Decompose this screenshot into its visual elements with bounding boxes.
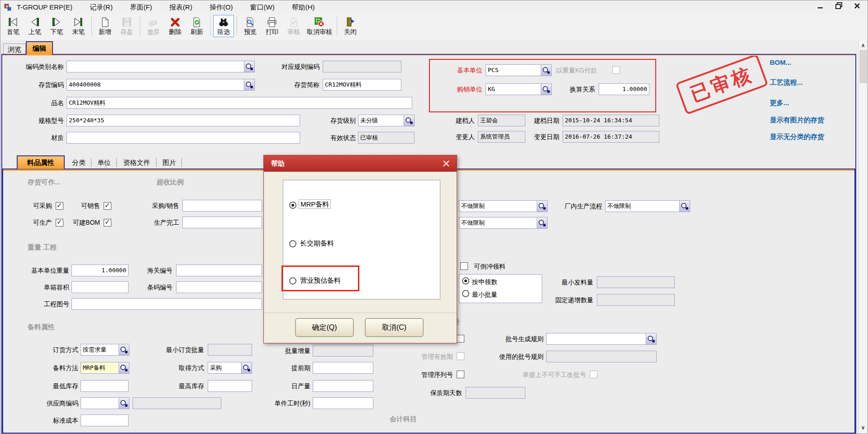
print-button[interactable]: 打印 [262, 15, 282, 37]
acquire-mode-field[interactable]: 采购 [208, 362, 252, 374]
close-button[interactable]: 关闭 [340, 15, 361, 37]
menu-brand[interactable]: T-GROUP ERP(E) [17, 3, 72, 12]
can-produce-checkbox[interactable] [56, 219, 63, 227]
barcode-field[interactable] [176, 281, 262, 293]
tab-units[interactable]: 单位 [94, 157, 114, 168]
long-lead-prep-label[interactable]: 长交期备料 [300, 239, 334, 248]
ok-button[interactable]: 确定(Q) [295, 318, 354, 337]
scroll-up-icon[interactable]: ∧ [859, 41, 867, 49]
preview-button[interactable]: 预览 [240, 15, 261, 37]
min-stock-field[interactable] [81, 380, 129, 392]
tab-edit[interactable]: 编辑 [26, 41, 53, 55]
refresh-button[interactable]: 刷新 [186, 15, 207, 37]
first-record-button[interactable]: 首笔 [3, 15, 24, 37]
manage-batch-checkbox[interactable] [457, 335, 464, 342]
lookup-icon[interactable] [119, 362, 129, 373]
last-record-button[interactable]: 末笔 [68, 15, 89, 37]
order-mode-field[interactable]: 按需求量 [81, 344, 129, 356]
over-production-field[interactable] [182, 217, 262, 228]
restriction-field-1[interactable]: 不做限制 [459, 200, 548, 212]
code-category-field[interactable] [67, 61, 255, 72]
link-bom[interactable]: BOM... [770, 58, 865, 68]
base-unit-field[interactable]: PCS [486, 64, 552, 76]
max-stock-field[interactable] [208, 380, 252, 392]
tab-item-attributes[interactable]: 料品属性 [17, 155, 65, 169]
manage-serial-checkbox[interactable] [457, 371, 464, 378]
lookup-icon[interactable] [537, 217, 547, 228]
mrp-prep-radio[interactable] [289, 202, 296, 209]
item-name-field[interactable]: CR12MOV精料 [67, 97, 412, 109]
help-dialog-title[interactable]: 帮助 [264, 155, 457, 172]
lookup-icon[interactable] [241, 362, 252, 373]
cancel-audit-button[interactable]: 取消审核 [305, 15, 334, 37]
lookup-icon[interactable] [244, 79, 254, 90]
lookup-icon[interactable] [404, 115, 414, 126]
vertical-scrollbar[interactable]: ∧ ∨ [858, 40, 867, 434]
scrollbar-thumb[interactable] [860, 50, 867, 83]
tab-browse[interactable]: 浏览 [3, 43, 26, 54]
menu-record[interactable]: 记录(R) [90, 3, 113, 12]
menu-operate[interactable]: 操作(O) [210, 3, 233, 12]
lead-time-field[interactable] [313, 362, 373, 374]
by-application-radio[interactable] [462, 277, 469, 285]
menu-interface[interactable]: 界面(F) [130, 3, 152, 12]
supplier-code-field[interactable] [81, 397, 129, 409]
sales-forecast-prep-label[interactable]: 营业预估备料 [300, 276, 341, 285]
cancel-button[interactable]: 取消(C) [365, 318, 424, 337]
item-code-field[interactable]: 400400008 [67, 79, 255, 91]
menu-window[interactable]: 窗口(W) [250, 3, 275, 12]
can-purchase-checkbox[interactable] [56, 202, 63, 210]
lookup-icon[interactable] [537, 201, 547, 212]
restriction-field-2[interactable]: 不做限制 [459, 217, 548, 229]
level-field[interactable]: 未分级 [358, 115, 415, 126]
close-window-icon[interactable] [854, 3, 860, 9]
material-field[interactable] [67, 132, 300, 144]
lookup-icon[interactable] [119, 398, 129, 409]
conversion-field[interactable]: 1.00000 [599, 83, 649, 95]
item-short-field[interactable]: CR12MOV精料 [323, 79, 401, 91]
min-lot-radio[interactable] [462, 290, 469, 297]
lookup-icon[interactable] [119, 344, 129, 355]
lookup-icon[interactable] [541, 84, 551, 95]
link-show-with-image[interactable]: 显示有图片的存货 [770, 116, 865, 126]
trade-unit-field[interactable]: KG [486, 83, 552, 95]
link-show-unclassified[interactable]: 显示无分类的存货 [770, 133, 865, 143]
long-lead-prep-radio[interactable] [289, 240, 296, 247]
lookup-icon[interactable] [244, 61, 254, 72]
mrp-prep-label[interactable]: MRP备料 [299, 200, 330, 209]
new-button[interactable]: 新增 [95, 15, 115, 37]
link-process-flow[interactable]: 工艺流程... [770, 78, 865, 88]
menu-report[interactable]: 报表(R) [169, 3, 192, 12]
std-cost-field[interactable] [81, 415, 129, 426]
link-more[interactable]: 更多... [770, 99, 865, 109]
filter-button[interactable]: 筛选 [213, 15, 234, 37]
daily-output-field[interactable] [313, 380, 373, 392]
lookup-icon[interactable] [541, 65, 551, 76]
unit-weight-field[interactable]: 1.00000 [72, 265, 129, 276]
tab-classification[interactable]: 分类 [68, 157, 89, 168]
restore-icon[interactable] [835, 2, 842, 9]
can-bom-checkbox[interactable] [104, 219, 111, 227]
prep-method-field[interactable]: MRP备料 [81, 362, 129, 374]
can-sale-checkbox[interactable] [104, 202, 111, 210]
minimize-icon[interactable] [817, 3, 824, 9]
lookup-icon[interactable] [646, 333, 656, 344]
spec-field[interactable]: 250*240*35 [67, 115, 300, 126]
unit-hours-field[interactable] [313, 397, 373, 409]
customs-code-field[interactable] [176, 265, 262, 276]
batch-rule-field[interactable] [546, 333, 657, 345]
tab-images[interactable]: 图片 [159, 157, 180, 168]
prev-record-button[interactable]: 上笔 [24, 15, 45, 37]
sales-forecast-prep-radio[interactable] [289, 277, 296, 285]
scroll-down-icon[interactable]: ∨ [859, 424, 867, 432]
drawing-no-field[interactable] [72, 298, 262, 310]
dialog-close-button[interactable] [441, 159, 451, 169]
factory-flow-field[interactable]: 不做限制 [605, 200, 690, 212]
backflush-checkbox[interactable] [460, 262, 468, 270]
box-volume-field[interactable] [72, 281, 129, 293]
next-record-button[interactable]: 下笔 [46, 15, 67, 37]
over-purchase-sale-field[interactable] [182, 200, 262, 212]
lookup-icon[interactable] [679, 201, 690, 212]
menu-help[interactable]: 帮助(H) [292, 3, 315, 12]
tab-qualification-files[interactable]: 资格文件 [119, 157, 154, 168]
